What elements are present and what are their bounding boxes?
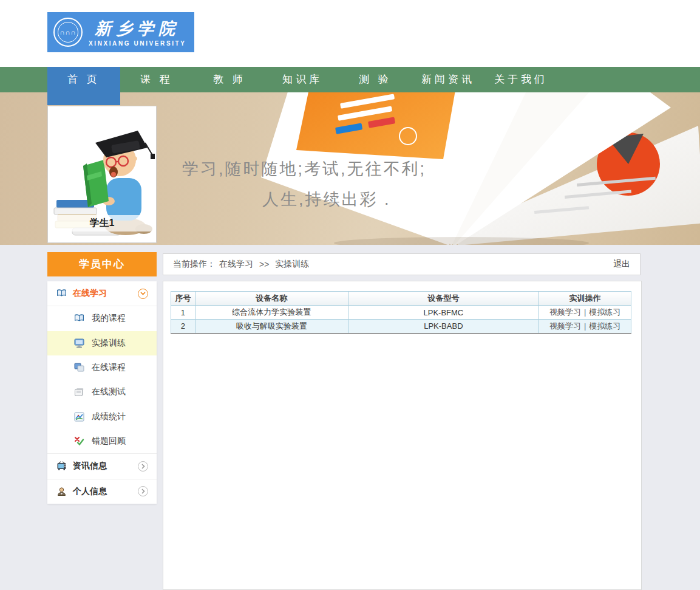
simulation-practice-link[interactable]: 模拟练习 xyxy=(589,307,620,317)
sidebar-item-news-info[interactable]: 资讯信息 xyxy=(47,453,157,478)
windows-icon xyxy=(74,363,84,372)
university-logo[interactable]: ∩∩∩ 新乡学院 XINXIANG UNIVERSITY xyxy=(47,12,194,52)
check-x-icon xyxy=(74,436,84,446)
banner-slogan-line1: 学习,随时随地;考试,无往不利; xyxy=(182,158,426,180)
logo-english-name: XINXIANG UNIVERSITY xyxy=(89,40,186,47)
seal-glyph: ∩∩∩ xyxy=(58,22,78,43)
sidebar-item-mistake-review[interactable]: 错题回顾 xyxy=(47,429,157,453)
sidebar-item-label: 我的课程 xyxy=(92,313,126,324)
cell-device-name: 综合流体力学实验装置 xyxy=(195,306,348,320)
table-header-row: 序号 设备名称 设备型号 实训操作 xyxy=(171,292,631,306)
sidebar-item-personal-info[interactable]: 个人信息 xyxy=(47,479,157,504)
breadcrumb-current-page: 实操训练 xyxy=(275,259,309,270)
nav-item-about[interactable]: 关于我们 xyxy=(484,67,557,92)
sidebar-item-label: 实操训练 xyxy=(92,338,126,349)
main-nav: 首 页 课 程 教 师 知识库 测 验 新闻资讯 关于我们 xyxy=(0,67,700,92)
table-row: 1 综合流体力学实验装置 LPK-BFMC 视频学习|模拟练习 xyxy=(171,306,631,320)
column-header-training-ops: 实训操作 xyxy=(539,292,631,306)
sidebar-item-practical-training[interactable]: 实操训练 xyxy=(47,331,157,355)
nav-item-home[interactable]: 首 页 xyxy=(47,67,120,105)
column-header-no: 序号 xyxy=(171,292,195,306)
sidebar-item-label: 在线课程 xyxy=(92,362,126,373)
chevron-down-icon[interactable] xyxy=(138,289,148,299)
nav-item-tests[interactable]: 测 验 xyxy=(339,67,412,92)
site-header: ∩∩∩ 新乡学院 XINXIANG UNIVERSITY xyxy=(0,0,700,67)
sidebar-item-label: 个人信息 xyxy=(73,486,107,497)
cell-device-name: 吸收与解吸实验装置 xyxy=(195,320,348,334)
chevron-right-icon[interactable] xyxy=(138,461,148,472)
chart-icon xyxy=(74,412,84,422)
nav-item-news[interactable]: 新闻资讯 xyxy=(412,67,484,92)
nav-item-courses[interactable]: 课 程 xyxy=(120,67,193,92)
cell-device-model: LPK-BFMC xyxy=(348,306,539,320)
cell-device-model: LPK-BABD xyxy=(348,320,539,334)
breadcrumb-label: 当前操作： xyxy=(173,259,216,270)
chevron-right-icon[interactable] xyxy=(138,486,148,496)
video-study-link[interactable]: 视频学习 xyxy=(549,307,581,317)
banner-slogan-line2: 人生,持续出彩 . xyxy=(262,188,391,210)
cell-no: 2 xyxy=(171,320,195,334)
ops-separator: | xyxy=(584,321,586,331)
column-header-device-model: 设备型号 xyxy=(348,292,539,306)
main-content-panel: 序号 设备名称 设备型号 实训操作 1 综合流体力学实验装置 LPK-BFMC … xyxy=(163,281,642,590)
breadcrumb-section-link[interactable]: 在线学习 xyxy=(219,259,253,270)
cell-no: 1 xyxy=(171,306,195,320)
exit-button[interactable]: 退出 xyxy=(613,259,630,270)
logo-text: 新乡学院 XINXIANG UNIVERSITY xyxy=(89,18,186,47)
logo-chinese-name: 新乡学院 xyxy=(95,18,180,39)
nav-items: 首 页 课 程 教 师 知识库 测 验 新闻资讯 关于我们 xyxy=(47,67,700,105)
sidebar-menu: 在线学习 我的课程 实操训练 在线课程 xyxy=(47,281,157,504)
sidebar-item-label: 在线学习 xyxy=(73,288,107,299)
sidebar-item-online-tests[interactable]: 在线测试 xyxy=(47,380,157,404)
cell-training-ops: 视频学习|模拟练习 xyxy=(539,320,631,334)
student-name-label: 学生1 xyxy=(48,215,156,232)
person-icon xyxy=(56,487,67,496)
page: ∩∩∩ 新乡学院 XINXIANG UNIVERSITY 首 页 课 程 教 师… xyxy=(0,0,700,590)
book-open-icon xyxy=(56,289,67,298)
scroll-icon xyxy=(74,387,84,397)
ops-separator: | xyxy=(584,307,586,317)
simulation-practice-link[interactable]: 模拟练习 xyxy=(589,321,620,331)
breadcrumb: 当前操作： 在线学习 >> 实操训练 退出 xyxy=(163,253,641,275)
nav-item-knowledge[interactable]: 知识库 xyxy=(266,67,339,92)
sidebar-item-online-courses[interactable]: 在线课程 xyxy=(47,355,157,380)
sidebar-item-label: 在线测试 xyxy=(92,386,126,397)
member-center-header: 学员中心 xyxy=(47,252,157,276)
column-header-device-name: 设备名称 xyxy=(195,292,348,306)
sidebar-item-label: 错题回顾 xyxy=(92,436,126,447)
monitor-icon xyxy=(74,338,84,348)
nav-item-teachers[interactable]: 教 师 xyxy=(193,67,266,92)
equipment-table: 序号 设备名称 设备型号 实训操作 1 综合流体力学实验装置 LPK-BFMC … xyxy=(171,291,631,334)
book-open-icon xyxy=(74,314,84,323)
cell-training-ops: 视频学习|模拟练习 xyxy=(539,306,631,320)
sidebar-item-label: 成绩统计 xyxy=(92,411,126,422)
sidebar-item-online-study[interactable]: 在线学习 xyxy=(47,281,157,306)
sidebar-item-my-courses[interactable]: 我的课程 xyxy=(47,306,157,331)
university-seal-icon: ∩∩∩ xyxy=(53,18,83,47)
video-study-link[interactable]: 视频学习 xyxy=(549,321,581,331)
tv-icon xyxy=(56,461,67,471)
table-row: 2 吸收与解吸实验装置 LPK-BABD 视频学习|模拟练习 xyxy=(171,320,631,334)
sidebar-item-label: 资讯信息 xyxy=(73,461,107,472)
sidebar-item-score-stats[interactable]: 成绩统计 xyxy=(47,405,157,429)
breadcrumb-separator: >> xyxy=(259,259,269,269)
student-avatar-card: 学生1 xyxy=(47,106,157,243)
